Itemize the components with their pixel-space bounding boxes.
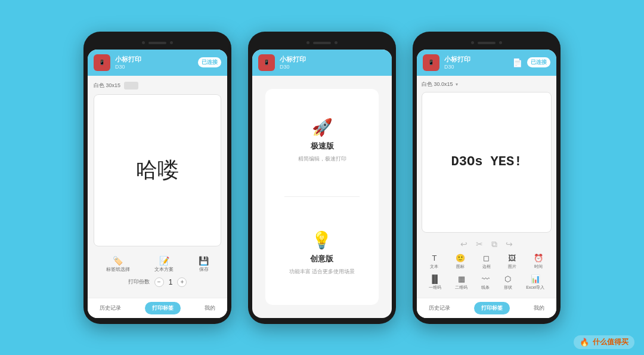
- phone1-preview-text: 哈喽: [136, 156, 179, 185]
- phone3-label-size: 白色 30.0x15: [422, 81, 453, 88]
- phones-container: 📱 小标打印 D30 已连接 白色 30x15 哈喽 🏷️: [72, 20, 572, 336]
- phone1-label-size-badge: [124, 82, 138, 89]
- phone3-content: 白色 30.0x15 ▾ D3Os YES! ↩ ✂ ⧉ ↪ T: [417, 76, 556, 298]
- phone3-connected-badge: 已连接: [527, 57, 550, 67]
- text-scheme-icon: 📝: [159, 256, 169, 266]
- qrcode-icon: ▦: [458, 274, 465, 283]
- phone1-nav-history[interactable]: 历史记录: [100, 304, 121, 312]
- phone1-count-num: 1: [169, 278, 173, 286]
- phone2-device: D30: [280, 64, 386, 70]
- phone3-file-icon[interactable]: 📄: [512, 58, 522, 67]
- phone3-label-dropdown[interactable]: 白色 30.0x15 ▾: [422, 81, 552, 88]
- phone2-mode-fast[interactable]: 🚀 极速版 精简编辑，极速打印: [298, 118, 346, 163]
- tool-line-label: 线条: [481, 285, 490, 291]
- emoji-icon: 🙂: [456, 254, 465, 263]
- tool-icon-label: 图标: [456, 264, 465, 270]
- cut-icon[interactable]: ✂: [476, 239, 483, 249]
- tool-time-label: 时间: [534, 264, 543, 270]
- tool-2d-code[interactable]: ▦ 二维码: [455, 274, 467, 291]
- barcode-icon: ▐▌: [429, 274, 440, 283]
- label-paper-icon: 🏷️: [113, 256, 123, 266]
- phone3-app-icon: 📱: [423, 54, 439, 71]
- redo-icon[interactable]: ↪: [506, 239, 513, 249]
- p3dot2: [499, 41, 502, 44]
- copy-icon[interactable]: ⧉: [491, 239, 497, 249]
- tool-1d-code[interactable]: ▐▌ 一维码: [429, 274, 441, 291]
- phone1-device: D30: [115, 64, 193, 70]
- tool-2d-label: 二维码: [455, 285, 467, 291]
- phone2-mode-creative-title: 创意版: [310, 254, 333, 264]
- phone3-nav-mine[interactable]: 我的: [534, 304, 544, 312]
- phone1-nav-mine[interactable]: 我的: [205, 304, 215, 312]
- phone3-preview-area[interactable]: D3Os YES!: [422, 92, 552, 233]
- tool-image-label: 图片: [508, 264, 516, 270]
- tool-text-label: 文本: [430, 264, 438, 270]
- bulb-icon: 💡: [311, 230, 332, 250]
- tool-excel[interactable]: 📊 Excel导入: [526, 274, 544, 291]
- text-icon: T: [432, 254, 436, 263]
- phone1-connected-badge: 已连接: [198, 57, 221, 67]
- rocket-icon: 🚀: [312, 118, 333, 137]
- watermark: 🔥 什么值得买: [574, 335, 634, 349]
- image-icon: 🖼: [508, 254, 516, 263]
- phone2-header: 📱 小标打印 D30: [252, 50, 392, 76]
- tool-border[interactable]: ◻ 边框: [482, 254, 491, 270]
- phone3-device: D30: [444, 64, 507, 70]
- p2dot1: [306, 41, 309, 44]
- phone3-title-area: 小标打印 D30: [444, 55, 507, 70]
- excel-icon: 📊: [531, 274, 540, 283]
- phone-1: 📱 小标打印 D30 已连接 白色 30x15 哈喽 🏷️: [83, 32, 231, 324]
- tool-time[interactable]: ⏰ 时间: [534, 254, 543, 270]
- tool-line[interactable]: 〰 线条: [481, 274, 490, 291]
- phone1-icon-label[interactable]: 🏷️ 标签纸选择: [106, 256, 130, 273]
- dot2: [170, 41, 173, 44]
- phone-3: 📱 小标打印 D30 📄 已连接 白色 30.0x15 ▾ D3Os YES!: [413, 32, 561, 324]
- phone2-mode-card-area: 🚀 极速版 精简编辑，极速打印 💡 创意版 功能丰富 适合更多使用场景: [265, 89, 379, 305]
- phone3-nav-print[interactable]: 打印标签: [474, 302, 510, 314]
- phone2-mode-creative-desc: 功能丰富 适合更多使用场景: [289, 268, 355, 276]
- time-icon: ⏰: [534, 254, 543, 263]
- phone3-tools-row2: ▐▌ 一维码 ▦ 二维码 〰 线条 ⬡ 形状: [422, 272, 552, 293]
- undo-icon[interactable]: ↩: [460, 239, 467, 249]
- tool-1d-label: 一维码: [429, 285, 441, 291]
- phone2-mode-divider: [284, 196, 360, 197]
- phone1-icon-save[interactable]: 💾 保存: [199, 256, 209, 273]
- phone3-nav-history[interactable]: 历史记录: [429, 304, 450, 312]
- phone1-count-plus[interactable]: +: [177, 277, 187, 287]
- phone2-mode-fast-desc: 精简编辑，极速打印: [298, 155, 346, 163]
- phone3-tools-row1: T 文本 🙂 图标 ◻ 边框 🖼 图片: [422, 251, 552, 272]
- phone1-nav-bar: 历史记录 打印标签 我的: [88, 298, 227, 318]
- tool-text[interactable]: T 文本: [430, 254, 438, 270]
- phone1-preview-area[interactable]: 哈喽: [94, 94, 221, 246]
- p3speaker: [478, 42, 496, 44]
- phone1-app-icon: 📱: [94, 54, 110, 71]
- phone1-icon-text[interactable]: 📝 文本方案: [154, 256, 174, 273]
- phone2-mode-creative[interactable]: 💡 创意版 功能丰富 适合更多使用场景: [289, 230, 355, 276]
- phone1-nav-print[interactable]: 打印标签: [145, 302, 181, 314]
- phone1-header: 📱 小标打印 D30 已连接: [88, 50, 227, 76]
- tool-shape-label: 形状: [504, 285, 512, 291]
- phone1-icon-label-text: 标签纸选择: [106, 267, 130, 273]
- dot1: [142, 41, 145, 44]
- phone1-count-minus[interactable]: −: [154, 277, 164, 287]
- tool-shape[interactable]: ⬡ 形状: [504, 274, 512, 291]
- line-icon: 〰: [482, 274, 490, 283]
- phone1-icon-save-label: 保存: [199, 267, 209, 273]
- phone1-title-area: 小标打印 D30: [115, 55, 193, 70]
- p2speaker: [313, 42, 331, 44]
- phone2-notch: [252, 38, 392, 48]
- phone1-print-count-row: 打印份数 − 1 +: [94, 277, 221, 287]
- chevron-down-icon: ▾: [456, 82, 458, 87]
- phone3-nav-bar: 历史记录 打印标签 我的: [417, 298, 556, 318]
- phone2-app-name: 小标打印: [280, 55, 386, 64]
- phone1-content: 白色 30x15 哈喽 🏷️ 标签纸选择 📝 文本方案: [88, 76, 227, 298]
- phone2-title-area: 小标打印 D30: [280, 55, 386, 70]
- p2dot2: [335, 41, 338, 44]
- phone1-screen: 📱 小标打印 D30 已连接 白色 30x15 哈喽 🏷️: [88, 50, 227, 318]
- phone3-screen: 📱 小标打印 D30 📄 已连接 白色 30.0x15 ▾ D3Os YES!: [417, 50, 556, 318]
- tool-image[interactable]: 🖼 图片: [508, 254, 516, 270]
- speaker1: [148, 42, 166, 44]
- phone2-app-icon: 📱: [258, 54, 275, 71]
- phone3-notch: [417, 38, 556, 48]
- tool-icon[interactable]: 🙂 图标: [456, 254, 465, 270]
